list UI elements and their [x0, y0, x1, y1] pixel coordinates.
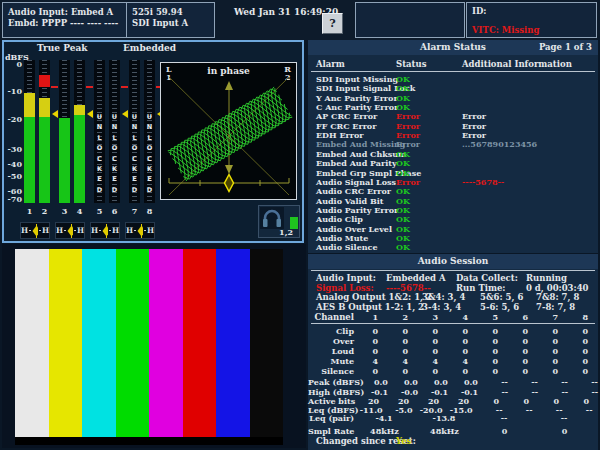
- session-cell: 0: [414, 326, 444, 336]
- vitc-status: VITC: Missing: [472, 25, 596, 36]
- aux-empty-box: [355, 2, 465, 38]
- session-cell: 0: [384, 366, 414, 376]
- reference-marker: [122, 110, 128, 118]
- audio-input-line2: Embd: PPPP ---- ---- ----: [8, 18, 127, 29]
- phase-pair-icon-2: HH: [55, 222, 85, 239]
- channel-number-label: 5: [94, 206, 105, 216]
- color-bar: [15, 249, 49, 437]
- session-cell: 0: [504, 366, 534, 376]
- color-bar: [149, 249, 183, 437]
- picture-tile[interactable]: [2, 244, 306, 448]
- session-pair-cell: 0: [474, 426, 534, 436]
- audio-level-meters: 1234UNLOCKED5UNLOCKED6UNLOCKED7UNLOCKED8: [24, 60, 170, 220]
- channel-number-label: 8: [144, 206, 155, 216]
- session-cell: --: [514, 377, 544, 387]
- channel-number-header: 6: [504, 312, 534, 322]
- meter-segment-yellow: [74, 105, 85, 115]
- alarm-additional-info: ----5678--: [462, 178, 504, 187]
- audio-meter-ch7: UNLOCKED: [129, 60, 140, 203]
- session-row: Mute44440000: [308, 356, 598, 366]
- peak-marker: [86, 86, 93, 88]
- embedded-label: Embedded: [123, 43, 176, 53]
- scale-tick-label: -30: [5, 144, 22, 154]
- session-cell: 0: [564, 346, 594, 356]
- channel-number-label: 2: [39, 206, 50, 216]
- col-status: Status: [396, 59, 426, 69]
- session-cell: 0: [414, 346, 444, 356]
- format-line2: SDI Input A: [132, 18, 214, 29]
- meter-segment-green: [39, 117, 50, 203]
- scale-tick-label: -50: [5, 171, 22, 181]
- session-cell: 0: [474, 326, 504, 336]
- channel-number-header: 8: [564, 312, 594, 322]
- audio-tile[interactable]: True Peak Embedded dBFS 0-10-20-30-40-50…: [2, 40, 304, 243]
- session-cell: 0: [384, 336, 414, 346]
- color-bar: [82, 249, 116, 437]
- reference-marker: [87, 110, 93, 118]
- session-cell: 0.0: [424, 377, 454, 387]
- phase-left-glyph: H: [56, 227, 63, 234]
- phase-right-glyph: H: [112, 227, 119, 234]
- scale-tick-label: -20: [5, 114, 22, 124]
- audio-meter-ch2: [39, 60, 50, 203]
- channel-number-label: 3: [59, 206, 70, 216]
- session-cell: 0: [504, 346, 534, 356]
- color-bar: [216, 249, 250, 437]
- lissajous-display: L 1 in phase R 2: [160, 62, 297, 200]
- session-row-label: Mute: [308, 356, 354, 366]
- channel-number-header: 4: [444, 312, 474, 322]
- session-cell: 0: [444, 336, 474, 346]
- output-mapping-text: AES B Output 1-2: 1, 2: [316, 302, 424, 312]
- session-row-label: Peak (dBFS): [308, 377, 364, 387]
- alarm-additional-info: ...567890123456: [462, 140, 537, 149]
- output-mapping-text: 3-4: 3, 4: [422, 302, 461, 312]
- session-cell: 0: [474, 346, 504, 356]
- headphone-monitor-box[interactable]: 1,2: [258, 205, 300, 238]
- output-mapping-text: Analog Output 1&2: 1, 2: [316, 292, 432, 302]
- session-cell: 0: [504, 356, 534, 366]
- unlocked-label: UNLOCKED: [109, 112, 120, 195]
- session-cell: 0: [564, 366, 594, 376]
- channel-number-header: 7: [534, 312, 564, 322]
- channel-number-header: 3: [414, 312, 444, 322]
- phase-diamond-icon: [137, 224, 143, 238]
- session-row: Loud00000000: [308, 346, 598, 356]
- col-alarm: Alarm: [316, 59, 345, 69]
- session-cell: 0: [414, 336, 444, 346]
- peak-marker: [121, 86, 128, 88]
- scale-tick-label: -10: [5, 86, 22, 96]
- session-cell: 0: [504, 336, 534, 346]
- audio-meter-ch4: [74, 60, 85, 203]
- help-button[interactable]: ?: [322, 13, 343, 34]
- session-cell: 0: [384, 346, 414, 356]
- unlocked-label: UNLOCKED: [94, 112, 105, 195]
- session-cell: 0: [504, 326, 534, 336]
- id-label: ID:: [472, 6, 596, 17]
- session-cell: 0: [534, 336, 564, 346]
- output-mapping-text: 7-8: 7, 8: [536, 302, 575, 312]
- scale-tick-label: -70: [5, 194, 22, 204]
- session-pair-cell: --: [474, 413, 534, 423]
- session-cell: 4: [384, 356, 414, 366]
- session-cell: 0: [354, 366, 384, 376]
- session-cell: 0: [354, 346, 384, 356]
- peak-marker: [51, 86, 58, 88]
- session-pair-cell: -4.1: [354, 413, 414, 423]
- audio-meter-ch6: UNLOCKED: [109, 60, 120, 203]
- output-mapping-text: 5&6: 5, 6: [480, 292, 523, 302]
- monitor-pair-label: 1,2: [279, 227, 293, 237]
- session-cell: 0: [564, 356, 594, 366]
- phase-right-glyph: H: [77, 227, 84, 234]
- phase-pair-icon-1: HH: [20, 222, 50, 239]
- session-cell: 0: [534, 326, 564, 336]
- meter-segment-yellow: [24, 93, 35, 117]
- channel-number-label: 1: [24, 206, 35, 216]
- channel-number-label: 6: [109, 206, 120, 216]
- phase-left-glyph: H: [91, 227, 98, 234]
- lissajous-graphic: [161, 63, 296, 199]
- session-cell: 0: [534, 346, 564, 356]
- data-collect-value: Running: [526, 273, 567, 283]
- phase-pair-icon-3: HH: [90, 222, 120, 239]
- output-mapping-text: 5-6: 5, 6: [480, 302, 519, 312]
- session-row-label: Loud: [308, 346, 354, 356]
